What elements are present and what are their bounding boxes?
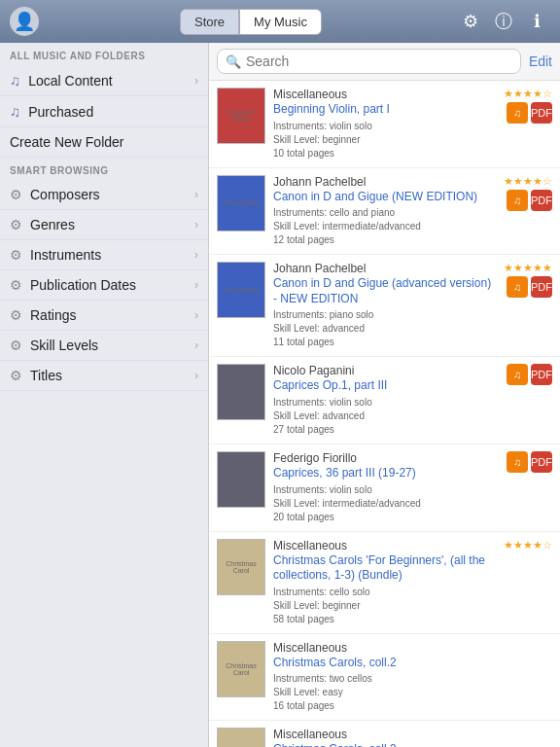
sidebar-item-local[interactable]: ♫ Local Content › — [0, 65, 208, 96]
music-info: Miscellaneous Christmas Carols, coll.2 I… — [273, 641, 544, 714]
music-actions: ★★★★★ ♫ PDF — [504, 262, 552, 298]
music-composer: Miscellaneous — [273, 641, 544, 655]
chevron-icon: › — [194, 74, 198, 88]
music-composer: Nicolo Paganini — [273, 364, 499, 377]
music-list-item[interactable]: J.Pachelbel Johann Pachelbel Canon in D … — [209, 255, 560, 357]
all-music-section-title: ALL MUSIC AND FOLDERS — [0, 43, 208, 65]
pdf-icon-btn[interactable]: PDF — [531, 451, 552, 473]
music-thumbnail — [217, 451, 265, 508]
music-title[interactable]: Christmas Carols 'For Beginners', (all t… — [273, 553, 496, 584]
sidebar-item-genres-label: Genres — [30, 217, 75, 232]
music-title[interactable]: Caprices, 36 part III (19-27) — [273, 466, 499, 481]
music-composer: Miscellaneous — [273, 728, 544, 741]
sidebar-item-skilllevels[interactable]: ⚙ Skill Levels › — [0, 331, 208, 361]
music-info: Nicolo Paganini Caprices Op.1, part III … — [273, 364, 499, 437]
sidebar-item-titles[interactable]: ⚙ Titles › — [0, 361, 208, 391]
pdf-icon-btn[interactable]: PDF — [531, 364, 552, 385]
sidebar-item-composers[interactable]: ⚙ Composers › — [0, 180, 208, 210]
note-icon-btn[interactable]: ♫ — [507, 451, 528, 473]
gear-small-icon: ⚙ — [10, 247, 22, 263]
music-list-item[interactable]: Christmas Carol Miscellaneous Christmas … — [209, 532, 560, 634]
search-icon: 🔍 — [226, 54, 241, 69]
music-title[interactable]: Christmas Carols, coll.2 — [273, 656, 544, 671]
music-thumbnail: J.Pachelbel — [217, 262, 265, 318]
music-instruments: Instruments: violin solo — [273, 120, 496, 133]
music-thumbnail: Christmas Carol — [217, 641, 265, 697]
music-title[interactable]: Canon in D and Gigue (NEW EDITION) — [273, 190, 496, 205]
music-list-item[interactable]: Christmas Carol Miscellaneous Christmas … — [209, 634, 560, 722]
music-list-item[interactable]: Federigo Fiorillo Caprices, 36 part III … — [209, 445, 560, 532]
music-list-item[interactable]: Nicolo Paganini Caprices Op.1, part III … — [209, 357, 560, 445]
sidebar-item-titles-label: Titles — [30, 368, 62, 383]
pdf-icon-btn[interactable]: PDF — [531, 102, 552, 124]
music-composer: Johann Pachelbel — [273, 175, 496, 189]
user-icon[interactable]: 👤 — [10, 7, 39, 36]
note-icon: ♫ — [10, 103, 20, 120]
sidebar-item-purchased[interactable]: ♫ Purchased — [0, 96, 208, 127]
sidebar-item-pubdates[interactable]: ⚙ Publication Dates › — [0, 270, 208, 301]
music-info: Federigo Fiorillo Caprices, 36 part III … — [273, 451, 499, 524]
music-list-item[interactable]: Christmas Carol Miscellaneous Christmas … — [209, 721, 560, 747]
pdf-icon-btn[interactable]: PDF — [531, 190, 552, 211]
note-icon-btn[interactable]: ♫ — [507, 190, 528, 211]
chevron-icon: › — [194, 338, 198, 352]
chevron-icon: › — [194, 278, 198, 292]
sidebar-item-ratings[interactable]: ⚙ Ratings › — [0, 301, 208, 331]
top-bar: 👤 Store My Music ⚙ ⓘ ℹ — [0, 0, 560, 43]
music-list-item[interactable]: J.Pachelbel Johann Pachelbel Canon in D … — [209, 168, 560, 256]
sidebar-item-instruments-label: Instruments — [30, 247, 101, 263]
tab-store[interactable]: Store — [180, 9, 239, 35]
music-composer: Johann Pachelbel — [273, 262, 496, 275]
music-title[interactable]: Beginning Violin, part I — [273, 102, 496, 118]
music-title[interactable]: Canon in D and Gigue (advanced version) … — [273, 276, 496, 306]
note-icon-btn[interactable]: ♫ — [507, 102, 528, 124]
gear-small-icon: ⚙ — [10, 187, 22, 202]
music-composer: Miscellaneous — [273, 539, 496, 552]
user-avatar-area: 👤 — [10, 7, 45, 36]
note-icon-btn[interactable]: ♫ — [507, 276, 528, 298]
gear-small-icon: ⚙ — [10, 217, 22, 232]
music-skill-level: Skill Level: advanced — [273, 322, 496, 336]
edit-button[interactable]: Edit — [529, 53, 552, 69]
music-pages: 27 total pages — [273, 423, 499, 437]
sidebar-item-pubdates-label: Publication Dates — [30, 277, 136, 293]
music-info: Miscellaneous Beginning Violin, part I I… — [273, 88, 496, 160]
gear-small-icon: ⚙ — [10, 277, 22, 293]
search-input[interactable] — [246, 53, 512, 69]
help-icon[interactable]: ⓘ — [490, 8, 517, 35]
music-skill-level: Skill Level: beginner — [273, 133, 496, 147]
sidebar-item-new-folder[interactable]: Create New Folder — [0, 127, 208, 158]
sidebar-item-instruments[interactable]: ⚙ Instruments › — [0, 240, 208, 270]
action-icons: ♫ PDF — [507, 364, 552, 385]
top-bar-icons: ⚙ ⓘ ℹ — [457, 8, 550, 35]
gear-icon[interactable]: ⚙ — [457, 8, 484, 35]
music-instruments: Instruments: cello and piano — [273, 206, 496, 220]
gear-small-icon: ⚙ — [10, 368, 22, 383]
music-title[interactable]: Caprices Op.1, part III — [273, 378, 499, 394]
search-input-wrap: 🔍 — [217, 49, 521, 74]
music-instruments: Instruments: two cellos — [273, 672, 544, 686]
music-title[interactable]: Christmas Carols, coll.3 — [273, 742, 544, 747]
gear-small-icon: ⚙ — [10, 307, 22, 323]
star-rating: ★★★★☆ — [504, 175, 552, 188]
sidebar-item-genres[interactable]: ⚙ Genres › — [0, 210, 208, 240]
note-icon: ♫ — [10, 72, 20, 89]
star-rating: ★★★★☆ — [504, 539, 552, 551]
music-thumbnail: J.Pachelbel — [217, 175, 265, 231]
star-rating: ★★★★☆ — [504, 88, 552, 100]
music-pages: 11 total pages — [273, 336, 496, 349]
music-info: Johann Pachelbel Canon in D and Gigue (a… — [273, 262, 496, 349]
chevron-icon: › — [194, 218, 198, 231]
note-icon-btn[interactable]: ♫ — [507, 364, 528, 385]
chevron-icon: › — [194, 248, 198, 262]
tab-mymusic[interactable]: My Music — [239, 9, 322, 35]
music-skill-level: Skill Level: intermediate/advanced — [273, 220, 496, 233]
smart-browsing-section-title: SMART BROWSING — [0, 158, 208, 180]
music-pages: 12 total pages — [273, 233, 496, 247]
music-list-item[interactable]: Beginner Violin Miscellaneous Beginning … — [209, 81, 560, 168]
music-thumbnail: Beginner Violin — [217, 88, 265, 144]
pdf-icon-btn[interactable]: PDF — [531, 276, 552, 298]
search-bar: 🔍 Edit — [209, 43, 560, 81]
music-info: Miscellaneous Christmas Carols 'For Begi… — [273, 539, 496, 626]
info-icon[interactable]: ℹ — [523, 8, 550, 35]
